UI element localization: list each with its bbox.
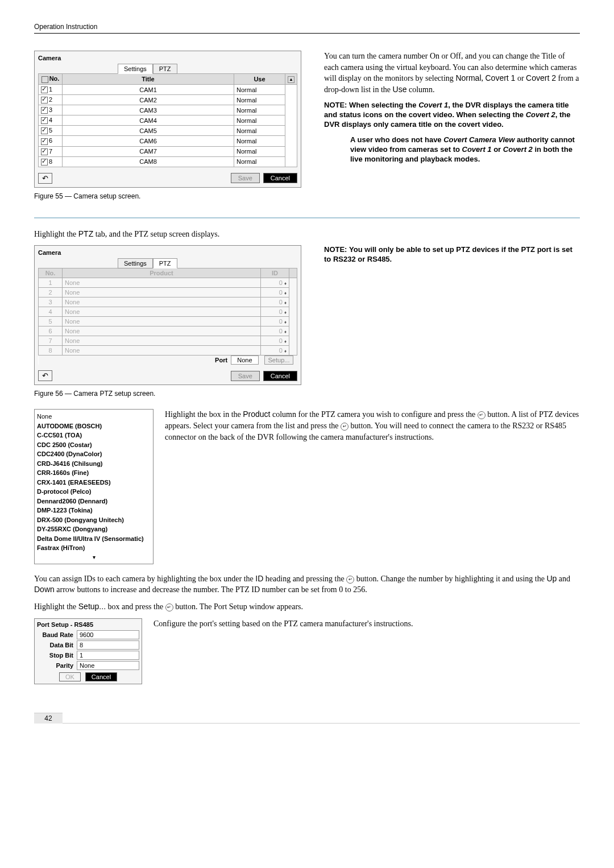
port-dropdown[interactable]: None (231, 356, 258, 365)
dialog-title: Camera (38, 249, 297, 256)
list-item[interactable]: DMP-1223 (Tokina) (37, 506, 151, 515)
product-dropdown-list[interactable]: None AUTODOME (BOSCH) C-CC501 (TOA) CDC … (34, 409, 154, 564)
body-paragraph: Highlight the box in the Product column … (165, 409, 580, 443)
cancel-button[interactable]: Cancel (85, 672, 117, 681)
enter-icon: ↵ (346, 576, 354, 584)
select-all-checkbox[interactable] (42, 76, 48, 83)
col-title: Title (63, 74, 234, 85)
enter-icon: ↵ (478, 411, 486, 419)
camera-settings-table: No. Title Use ▴ 1CAM1Normal 2CAM2Normal … (38, 73, 297, 167)
list-item[interactable]: CRD-J6416 (Chilsung) (37, 459, 151, 469)
col-id: ID (261, 268, 289, 278)
dialog-title: Camera (38, 55, 297, 61)
row-checkbox[interactable] (41, 159, 48, 166)
col-use: Use (234, 74, 285, 85)
cancel-button[interactable]: Cancel (263, 371, 297, 381)
list-item[interactable]: CDC2400 (DynaColor) (37, 449, 151, 459)
col-no: No. (39, 268, 63, 278)
port-setup-dialog: Port Setup - RS485 Baud Rate9600 Data Bi… (34, 618, 142, 684)
data-bit-field[interactable]: 8 (77, 640, 139, 650)
list-item[interactable]: Fastrax (HiTron) (37, 543, 151, 553)
scroll-up-icon[interactable]: ▴ (288, 76, 294, 83)
list-item[interactable]: None (37, 412, 151, 421)
section-divider (34, 217, 580, 218)
note-block: A user who does not have Covert Camera V… (324, 135, 580, 164)
tab-settings[interactable]: Settings (118, 64, 153, 74)
list-item[interactable]: DRX-500 (Dongyang Unitech) (37, 515, 151, 525)
list-item[interactable]: CRX-1401 (ERAESEEDS) (37, 478, 151, 487)
note-block: NOTE: You will only be able to set up PT… (324, 245, 580, 264)
body-paragraph: You can assign IDs to each camera by hig… (34, 573, 580, 596)
camera-settings-dialog: Camera Settings PTZ No. Title Use ▴ 1CAM… (34, 51, 301, 188)
save-button[interactable]: Save (231, 371, 260, 381)
tab-ptz[interactable]: PTZ (153, 64, 177, 74)
save-button[interactable]: Save (231, 173, 260, 183)
back-button[interactable]: ↶ (38, 370, 52, 381)
row-checkbox[interactable] (41, 138, 48, 145)
body-paragraph: Highlight the Setup... box and press the… (34, 601, 580, 613)
list-item[interactable]: DY-255RXC (Dongyang) (37, 524, 151, 534)
chevron-down-icon[interactable]: ▾ (37, 553, 151, 561)
note-block: NOTE: When selecting the Covert 1, the D… (324, 101, 580, 130)
figure-56-caption: Figure 56 — Camera PTZ setup screen. (34, 390, 301, 398)
camera-ptz-dialog: Camera Settings PTZ No. Product ID 1None… (34, 245, 301, 385)
row-checkbox[interactable] (41, 107, 48, 114)
list-item[interactable]: C-CC501 (TOA) (37, 431, 151, 440)
row-checkbox[interactable] (41, 97, 48, 104)
parity-field[interactable]: None (77, 661, 139, 670)
enter-icon: ↵ (341, 423, 349, 431)
cancel-button[interactable]: Cancel (263, 173, 297, 183)
list-item[interactable]: CDC 2500 (Costar) (37, 440, 151, 450)
body-paragraph: Highlight the PTZ tab, and the PTZ setup… (34, 229, 580, 240)
page-number: 42 (34, 713, 63, 724)
row-checkbox[interactable] (41, 148, 48, 155)
setup-button[interactable]: Setup... (264, 356, 294, 365)
back-button[interactable]: ↶ (38, 173, 52, 184)
row-checkbox[interactable] (41, 86, 48, 93)
body-paragraph: Configure the port's setting based on th… (154, 618, 580, 630)
stop-bit-field[interactable]: 1 (77, 651, 139, 660)
enter-icon: ↵ (165, 604, 173, 611)
list-item[interactable]: Dennard2060 (Dennard) (37, 497, 151, 506)
baud-rate-field[interactable]: 9600 (77, 630, 139, 639)
tab-ptz[interactable]: PTZ (153, 258, 177, 268)
page-header: Operation Instruction (34, 23, 580, 34)
list-item[interactable]: CRR-1660s (Fine) (37, 468, 151, 478)
list-item[interactable]: AUTODOME (BOSCH) (37, 421, 151, 431)
list-item[interactable]: D-protocol (Pelco) (37, 487, 151, 497)
row-checkbox[interactable] (41, 127, 48, 134)
col-product: Product (63, 268, 261, 278)
figure-55-caption: Figure 55 — Camera setup screen. (34, 192, 301, 200)
tab-settings[interactable]: Settings (118, 258, 153, 268)
dialog-title: Port Setup - RS485 (37, 621, 139, 628)
row-checkbox[interactable] (41, 117, 48, 124)
camera-ptz-table: No. Product ID 1None0 ♦ 2None0 ♦ 3None0 … (38, 268, 297, 365)
body-paragraph: You can turn the camera number On or Off… (324, 51, 580, 95)
list-item[interactable]: Delta Dome II/Ultra IV (Sensormatic) (37, 534, 151, 544)
ok-button[interactable]: OK (59, 672, 81, 681)
